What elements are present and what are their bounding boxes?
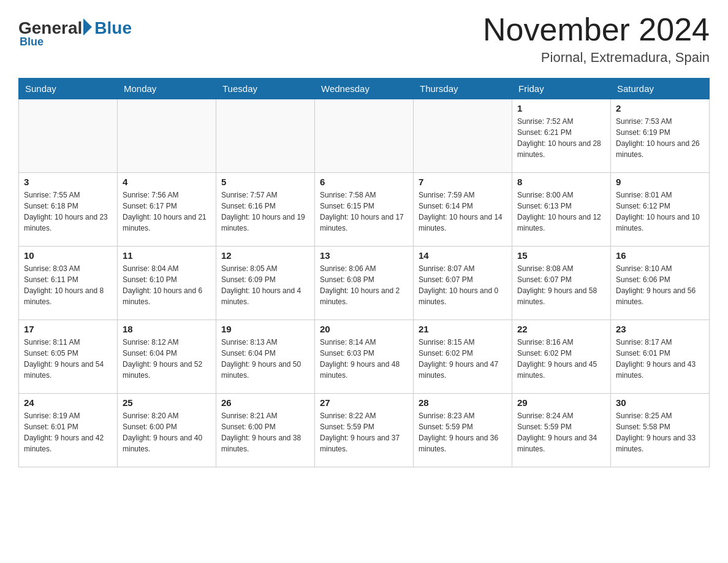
logo-blue-text: Blue: [94, 18, 132, 38]
day-info: Sunrise: 7:58 AMSunset: 6:15 PMDaylight:…: [320, 190, 408, 234]
calendar-cell: 26Sunrise: 8:21 AMSunset: 6:00 PMDayligh…: [216, 394, 315, 467]
day-number: 29: [517, 397, 605, 408]
title-area: November 2024 Piornal, Extremadura, Spai…: [483, 12, 710, 66]
day-info: Sunrise: 8:23 AMSunset: 5:59 PMDaylight:…: [419, 410, 507, 454]
day-info: Sunrise: 8:15 AMSunset: 6:02 PMDaylight:…: [419, 337, 507, 381]
day-number: 4: [123, 177, 211, 187]
header: General Blue Blue November 2024 Piornal,…: [18, 12, 710, 66]
calendar-cell: 10Sunrise: 8:03 AMSunset: 6:11 PMDayligh…: [19, 247, 118, 320]
day-number: 13: [320, 250, 408, 261]
calendar-cell: [315, 99, 414, 173]
day-number: 18: [123, 324, 211, 334]
day-info: Sunrise: 7:59 AMSunset: 6:14 PMDaylight:…: [419, 190, 507, 234]
calendar-cell: 4Sunrise: 7:56 AMSunset: 6:17 PMDaylight…: [118, 173, 216, 247]
day-info: Sunrise: 8:17 AMSunset: 6:01 PMDaylight:…: [616, 337, 704, 381]
day-info: Sunrise: 8:22 AMSunset: 5:59 PMDaylight:…: [320, 410, 408, 454]
calendar-cell: 22Sunrise: 8:16 AMSunset: 6:02 PMDayligh…: [512, 320, 611, 394]
calendar-cell: [118, 99, 216, 173]
calendar-cell: 19Sunrise: 8:13 AMSunset: 6:04 PMDayligh…: [216, 320, 315, 394]
day-info: Sunrise: 8:16 AMSunset: 6:02 PMDaylight:…: [517, 337, 605, 381]
calendar-cell: 29Sunrise: 8:24 AMSunset: 5:59 PMDayligh…: [512, 394, 611, 467]
calendar-header-row: SundayMondayTuesdayWednesdayThursdayFrid…: [19, 79, 710, 99]
day-number: 15: [517, 250, 605, 261]
day-info: Sunrise: 7:56 AMSunset: 6:17 PMDaylight:…: [123, 190, 211, 234]
day-number: 1: [517, 103, 605, 113]
day-info: Sunrise: 8:06 AMSunset: 6:08 PMDaylight:…: [320, 263, 408, 307]
day-info: Sunrise: 8:20 AMSunset: 6:00 PMDaylight:…: [123, 410, 211, 454]
day-info: Sunrise: 8:05 AMSunset: 6:09 PMDaylight:…: [221, 263, 309, 307]
day-info: Sunrise: 7:53 AMSunset: 6:19 PMDaylight:…: [616, 116, 704, 160]
calendar-week-1: 1Sunrise: 7:52 AMSunset: 6:21 PMDaylight…: [19, 99, 710, 173]
day-number: 7: [419, 177, 507, 187]
logo-underline: Blue: [20, 36, 44, 48]
day-info: Sunrise: 8:07 AMSunset: 6:07 PMDaylight:…: [419, 263, 507, 307]
calendar-week-4: 17Sunrise: 8:11 AMSunset: 6:05 PMDayligh…: [19, 320, 710, 394]
day-number: 12: [221, 250, 309, 261]
day-number: 20: [320, 324, 408, 334]
calendar-cell: 15Sunrise: 8:08 AMSunset: 6:07 PMDayligh…: [512, 247, 611, 320]
day-number: 27: [320, 397, 408, 408]
calendar-cell: 27Sunrise: 8:22 AMSunset: 5:59 PMDayligh…: [315, 394, 414, 467]
day-info: Sunrise: 8:03 AMSunset: 6:11 PMDaylight:…: [24, 263, 112, 307]
day-number: 11: [123, 250, 211, 261]
calendar-cell: 3Sunrise: 7:55 AMSunset: 6:18 PMDaylight…: [19, 173, 118, 247]
day-number: 3: [24, 177, 112, 187]
day-number: 8: [517, 177, 605, 187]
calendar-cell: 17Sunrise: 8:11 AMSunset: 6:05 PMDayligh…: [19, 320, 118, 394]
day-info: Sunrise: 8:21 AMSunset: 6:00 PMDaylight:…: [221, 410, 309, 454]
calendar-cell: 30Sunrise: 8:25 AMSunset: 5:58 PMDayligh…: [611, 394, 710, 467]
calendar-cell: 7Sunrise: 7:59 AMSunset: 6:14 PMDaylight…: [414, 173, 512, 247]
day-info: Sunrise: 8:14 AMSunset: 6:03 PMDaylight:…: [320, 337, 408, 381]
day-info: Sunrise: 8:25 AMSunset: 5:58 PMDaylight:…: [616, 410, 704, 454]
day-number: 19: [221, 324, 309, 334]
calendar-cell: 25Sunrise: 8:20 AMSunset: 6:00 PMDayligh…: [118, 394, 216, 467]
day-number: 26: [221, 397, 309, 408]
calendar-cell: 6Sunrise: 7:58 AMSunset: 6:15 PMDaylight…: [315, 173, 414, 247]
calendar-week-2: 3Sunrise: 7:55 AMSunset: 6:18 PMDaylight…: [19, 173, 710, 247]
calendar-cell: 9Sunrise: 8:01 AMSunset: 6:12 PMDaylight…: [611, 173, 710, 247]
day-info: Sunrise: 8:01 AMSunset: 6:12 PMDaylight:…: [616, 190, 704, 234]
calendar-cell: 28Sunrise: 8:23 AMSunset: 5:59 PMDayligh…: [414, 394, 512, 467]
day-info: Sunrise: 8:10 AMSunset: 6:06 PMDaylight:…: [616, 263, 704, 307]
day-number: 6: [320, 177, 408, 187]
calendar-header-saturday: Saturday: [611, 79, 710, 99]
day-number: 21: [419, 324, 507, 334]
day-number: 10: [24, 250, 112, 261]
location: Piornal, Extremadura, Spain: [483, 50, 710, 66]
calendar-cell: 23Sunrise: 8:17 AMSunset: 6:01 PMDayligh…: [611, 320, 710, 394]
calendar-cell: [19, 99, 118, 173]
day-number: 22: [517, 324, 605, 334]
day-number: 5: [221, 177, 309, 187]
calendar-cell: 24Sunrise: 8:19 AMSunset: 6:01 PMDayligh…: [19, 394, 118, 467]
day-info: Sunrise: 7:57 AMSunset: 6:16 PMDaylight:…: [221, 190, 309, 234]
day-info: Sunrise: 7:52 AMSunset: 6:21 PMDaylight:…: [517, 116, 605, 160]
calendar-header-friday: Friday: [512, 79, 611, 99]
calendar-cell: [414, 99, 512, 173]
day-info: Sunrise: 7:55 AMSunset: 6:18 PMDaylight:…: [24, 190, 112, 234]
calendar-cell: 21Sunrise: 8:15 AMSunset: 6:02 PMDayligh…: [414, 320, 512, 394]
calendar-cell: 8Sunrise: 8:00 AMSunset: 6:13 PMDaylight…: [512, 173, 611, 247]
calendar-header-tuesday: Tuesday: [216, 79, 315, 99]
calendar-header-monday: Monday: [118, 79, 216, 99]
day-info: Sunrise: 8:11 AMSunset: 6:05 PMDaylight:…: [24, 337, 112, 381]
day-number: 2: [616, 103, 704, 113]
day-number: 23: [616, 324, 704, 334]
day-info: Sunrise: 8:12 AMSunset: 6:04 PMDaylight:…: [123, 337, 211, 381]
calendar-week-5: 24Sunrise: 8:19 AMSunset: 6:01 PMDayligh…: [19, 394, 710, 467]
month-title: November 2024: [483, 12, 710, 47]
calendar-cell: 12Sunrise: 8:05 AMSunset: 6:09 PMDayligh…: [216, 247, 315, 320]
day-number: 14: [419, 250, 507, 261]
calendar-cell: 14Sunrise: 8:07 AMSunset: 6:07 PMDayligh…: [414, 247, 512, 320]
calendar-header-sunday: Sunday: [19, 79, 118, 99]
day-info: Sunrise: 8:13 AMSunset: 6:04 PMDaylight:…: [221, 337, 309, 381]
calendar-cell: 13Sunrise: 8:06 AMSunset: 6:08 PMDayligh…: [315, 247, 414, 320]
calendar-cell: 1Sunrise: 7:52 AMSunset: 6:21 PMDaylight…: [512, 99, 611, 173]
calendar-cell: 16Sunrise: 8:10 AMSunset: 6:06 PMDayligh…: [611, 247, 710, 320]
day-number: 9: [616, 177, 704, 187]
calendar: SundayMondayTuesdayWednesdayThursdayFrid…: [18, 78, 710, 467]
calendar-header-wednesday: Wednesday: [315, 79, 414, 99]
day-number: 28: [419, 397, 507, 408]
day-number: 25: [123, 397, 211, 408]
logo-arrow-icon: [83, 18, 92, 36]
calendar-cell: [216, 99, 315, 173]
